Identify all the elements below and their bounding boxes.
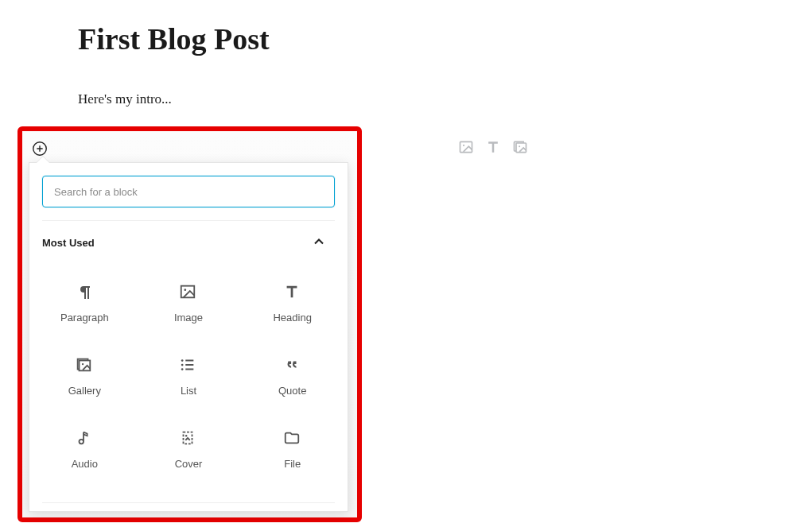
block-label: Audio xyxy=(72,458,98,470)
block-quote[interactable]: Quote xyxy=(240,339,344,413)
cover-icon xyxy=(179,429,198,448)
divider xyxy=(42,502,335,503)
svg-point-8 xyxy=(82,362,84,364)
block-shortcut-toolbar xyxy=(457,138,529,156)
gallery-icon xyxy=(75,356,94,375)
image-block-shortcut[interactable] xyxy=(457,138,475,156)
block-file[interactable]: File xyxy=(240,413,344,486)
block-label: Gallery xyxy=(68,385,101,397)
block-list-scroll[interactable]: Most Used Paragraph xyxy=(29,220,348,511)
popover-arrow-icon xyxy=(37,157,49,163)
file-icon xyxy=(283,429,302,448)
block-label: Quote xyxy=(278,385,306,397)
quote-icon xyxy=(283,356,302,375)
block-label: Paragraph xyxy=(60,312,109,324)
block-label: List xyxy=(181,385,196,397)
block-heading[interactable]: Heading xyxy=(240,266,344,339)
heading-block-shortcut[interactable] xyxy=(484,138,502,156)
svg-point-9 xyxy=(181,359,184,362)
paragraph-icon xyxy=(75,283,94,302)
svg-rect-5 xyxy=(181,285,195,297)
image-icon xyxy=(179,283,198,302)
list-icon xyxy=(179,356,198,375)
gallery-block-shortcut[interactable] xyxy=(511,138,529,156)
post-title[interactable]: First Blog Post xyxy=(78,21,270,56)
block-gallery[interactable]: Gallery xyxy=(33,339,137,413)
post-intro[interactable]: Here's my intro... xyxy=(78,91,172,107)
block-paragraph[interactable]: Paragraph xyxy=(33,266,137,339)
block-inserter-popover: Most Used Paragraph xyxy=(29,162,348,512)
svg-point-11 xyxy=(181,368,184,370)
svg-point-3 xyxy=(519,145,520,147)
block-list[interactable]: List xyxy=(137,339,241,413)
audio-icon xyxy=(75,429,94,448)
section-label: Most Used xyxy=(42,237,95,249)
svg-point-6 xyxy=(184,289,186,291)
block-inserter-highlight: Most Used Paragraph xyxy=(17,126,362,522)
most-used-section-header[interactable]: Most Used xyxy=(29,221,348,260)
block-grid: Paragraph Image Heading xyxy=(29,260,348,495)
block-label: Heading xyxy=(273,312,311,324)
block-cover[interactable]: Cover xyxy=(137,413,241,486)
block-label: File xyxy=(284,458,301,470)
block-audio[interactable]: Audio xyxy=(33,413,137,486)
block-label: Cover xyxy=(175,458,203,470)
block-label: Image xyxy=(174,312,203,324)
chevron-up-icon xyxy=(311,234,327,252)
block-image[interactable]: Image xyxy=(137,266,241,339)
svg-point-13 xyxy=(185,435,187,436)
heading-icon xyxy=(283,283,302,302)
block-search-input[interactable] xyxy=(42,176,335,207)
svg-point-12 xyxy=(80,439,84,444)
svg-point-10 xyxy=(181,363,184,366)
svg-point-1 xyxy=(463,145,464,146)
